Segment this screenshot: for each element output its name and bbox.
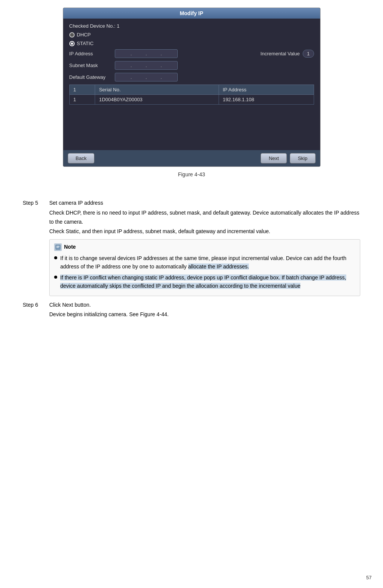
- step6-line1: Device begins initializing camera. See F…: [49, 310, 360, 319]
- default-gateway-label: Default Gateway: [69, 74, 115, 80]
- step6-label: Step 6: [23, 301, 49, 320]
- dhcp-radio[interactable]: [69, 32, 75, 38]
- subnet-mask-label: Subnet Mask: [69, 63, 115, 68]
- dialog-body: Checked Device No.: 1 DHCP STATIC IP Add…: [63, 19, 320, 105]
- device-table: 1 Serial No. IP Address 1 1D004B0YAZ0000…: [69, 85, 314, 105]
- sm-o2[interactable]: 255: [133, 63, 144, 68]
- note-header-text: Note: [64, 243, 76, 252]
- table-cell-num: 1: [69, 95, 95, 105]
- sm-o1[interactable]: 255: [118, 63, 130, 68]
- sm-o4[interactable]: 0: [163, 63, 174, 68]
- bullet-1: [54, 256, 57, 259]
- step5-content: Set camera IP address Check DHCP, there …: [49, 199, 360, 299]
- dhcp-label: DHCP: [77, 32, 91, 38]
- page-number: 57: [366, 575, 372, 580]
- ip-o3[interactable]: 1: [148, 51, 159, 56]
- ip-o1[interactable]: 192: [118, 51, 130, 56]
- subnet-mask-field[interactable]: 255 . 255 . 255 . 0: [115, 61, 178, 70]
- table-col-ip: IP Address: [219, 85, 314, 95]
- note-icon: [54, 243, 62, 251]
- modify-ip-dialog: Modify IP Checked Device No.: 1 DHCP STA…: [63, 8, 320, 167]
- note-item-2: If there is IP conflict when changing st…: [54, 273, 355, 290]
- incremental-value[interactable]: 1: [303, 50, 314, 58]
- sm-o3[interactable]: 255: [148, 63, 159, 68]
- static-label: STATIC: [77, 41, 94, 46]
- ip-address-row: IP Address 192 . 168 . 1 . 108 Increment…: [69, 49, 314, 58]
- table-header-row: 1 Serial No. IP Address: [69, 85, 314, 95]
- back-button[interactable]: Back: [68, 153, 95, 163]
- default-gateway-row: Default Gateway 192 . 168 . 1 . 1: [69, 73, 314, 82]
- svg-rect-0: [56, 245, 60, 249]
- dialog-footer: Back Next Skip: [63, 150, 320, 166]
- table-cell-ip: 192.168.1.108: [219, 95, 314, 105]
- doc-content: Step 5 Set camera IP address Check DHCP,…: [0, 199, 383, 320]
- incremental-value-label: Incremental Value: [260, 51, 300, 56]
- table-col-num: 1: [69, 85, 95, 95]
- dialog-empty-area: [63, 105, 320, 150]
- step5-title: Set camera IP address: [49, 199, 360, 208]
- table-col-serial: Serial No.: [95, 85, 219, 95]
- step6-row: Step 6 Click Next button. Device begins …: [23, 301, 360, 320]
- bullet-2: [54, 276, 57, 279]
- step5-line2: Check Static, and then input IP address,…: [49, 227, 360, 236]
- step6-title: Click Next button.: [49, 301, 360, 310]
- gw-o2[interactable]: 168: [133, 74, 144, 80]
- note-bullet1-text: If it is to change several devices IP ad…: [60, 254, 355, 271]
- checked-device-label: Checked Device No.: 1: [69, 23, 120, 29]
- gw-o3[interactable]: 1: [148, 74, 159, 80]
- note-box: Note If it is to change several devices …: [49, 239, 360, 296]
- table-cell-serial: 1D004B0YAZ00003: [95, 95, 219, 105]
- footer-right-buttons: Next Skip: [261, 153, 315, 163]
- dhcp-row: DHCP: [69, 32, 314, 38]
- static-radio[interactable]: [69, 41, 75, 46]
- note-list: If it is to change several devices IP ad…: [54, 254, 355, 290]
- note-bullet2-text: If there is IP conflict when changing st…: [60, 273, 355, 290]
- note-header: Note: [54, 243, 355, 252]
- step5-line1: Check DHCP, there is no need to input IP…: [49, 209, 360, 227]
- step5-row: Step 5 Set camera IP address Check DHCP,…: [23, 199, 360, 299]
- ip-address-field[interactable]: 192 . 168 . 1 . 108: [115, 49, 178, 58]
- checked-device-row: Checked Device No.: 1: [69, 23, 314, 29]
- table-row: 1 1D004B0YAZ00003 192.168.1.108: [69, 95, 314, 105]
- gw-o1[interactable]: 192: [118, 74, 130, 80]
- note-bullet2-highlight: If there is IP conflict when changing st…: [60, 274, 346, 289]
- subnet-mask-row: Subnet Mask 255 . 255 . 255 . 0: [69, 61, 314, 70]
- skip-button[interactable]: Skip: [290, 153, 315, 163]
- dialog-title: Modify IP: [63, 8, 320, 19]
- figure-caption: Figure 4-43: [23, 171, 360, 177]
- book-icon: [55, 245, 61, 250]
- step5-label: Step 5: [23, 199, 49, 299]
- ip-o4[interactable]: 108: [163, 51, 174, 56]
- note-bullet1-highlight: allocate the IP addresses.: [188, 263, 249, 270]
- next-button[interactable]: Next: [261, 153, 287, 163]
- step6-content: Click Next button. Device begins initial…: [49, 301, 360, 320]
- gw-o4[interactable]: 1: [163, 74, 174, 80]
- ip-address-label: IP Address: [69, 51, 115, 56]
- incremental-value-group: Incremental Value 1: [260, 50, 314, 58]
- note-item-1: If it is to change several devices IP ad…: [54, 254, 355, 271]
- default-gateway-field[interactable]: 192 . 168 . 1 . 1: [115, 73, 178, 82]
- ip-o2[interactable]: 168: [133, 51, 144, 56]
- static-row: STATIC: [69, 41, 314, 46]
